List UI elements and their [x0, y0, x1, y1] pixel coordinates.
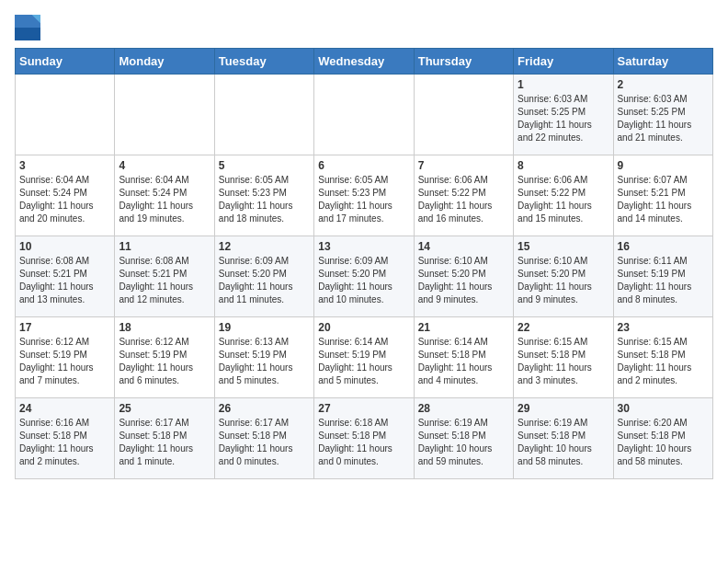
day-number: 5 — [219, 159, 310, 172]
day-number: 29 — [518, 402, 609, 415]
day-number: 26 — [219, 402, 310, 415]
day-number: 21 — [418, 321, 509, 334]
weekday-header-thursday: Thursday — [414, 49, 513, 75]
day-info: Sunrise: 6:16 AM Sunset: 5:18 PM Dayligh… — [19, 417, 110, 468]
day-cell-15: 15Sunrise: 6:10 AM Sunset: 5:20 PM Dayli… — [514, 236, 613, 317]
week-row-2: 3Sunrise: 6:04 AM Sunset: 5:24 PM Daylig… — [16, 155, 713, 236]
day-number: 30 — [618, 402, 709, 415]
day-info: Sunrise: 6:17 AM Sunset: 5:18 PM Dayligh… — [219, 417, 310, 468]
day-info: Sunrise: 6:06 AM Sunset: 5:22 PM Dayligh… — [418, 174, 509, 225]
day-cell-22: 22Sunrise: 6:15 AM Sunset: 5:18 PM Dayli… — [514, 317, 613, 398]
day-cell-10: 10Sunrise: 6:08 AM Sunset: 5:21 PM Dayli… — [16, 236, 115, 317]
day-info: Sunrise: 6:06 AM Sunset: 5:22 PM Dayligh… — [518, 174, 609, 225]
day-info: Sunrise: 6:14 AM Sunset: 5:19 PM Dayligh… — [318, 336, 409, 387]
day-info: Sunrise: 6:03 AM Sunset: 5:25 PM Dayligh… — [518, 93, 609, 144]
day-info: Sunrise: 6:04 AM Sunset: 5:24 PM Dayligh… — [119, 174, 210, 225]
weekday-header-row: SundayMondayTuesdayWednesdayThursdayFrid… — [16, 49, 713, 75]
day-number: 8 — [518, 159, 609, 172]
day-info: Sunrise: 6:05 AM Sunset: 5:23 PM Dayligh… — [318, 174, 409, 225]
day-number: 24 — [19, 402, 110, 415]
day-number: 22 — [518, 321, 609, 334]
day-cell-12: 12Sunrise: 6:09 AM Sunset: 5:20 PM Dayli… — [214, 236, 313, 317]
empty-cell — [414, 75, 513, 155]
weekday-header-monday: Monday — [115, 49, 214, 75]
week-row-4: 17Sunrise: 6:12 AM Sunset: 5:19 PM Dayli… — [16, 317, 713, 398]
empty-cell — [115, 75, 214, 155]
day-number: 28 — [418, 402, 509, 415]
day-cell-17: 17Sunrise: 6:12 AM Sunset: 5:19 PM Dayli… — [16, 317, 115, 398]
day-info: Sunrise: 6:03 AM Sunset: 5:25 PM Dayligh… — [618, 93, 709, 144]
day-info: Sunrise: 6:14 AM Sunset: 5:18 PM Dayligh… — [418, 336, 509, 387]
day-cell-29: 29Sunrise: 6:19 AM Sunset: 5:18 PM Dayli… — [514, 398, 613, 479]
day-info: Sunrise: 6:12 AM Sunset: 5:19 PM Dayligh… — [19, 336, 110, 387]
day-cell-8: 8Sunrise: 6:06 AM Sunset: 5:22 PM Daylig… — [514, 155, 613, 236]
day-info: Sunrise: 6:08 AM Sunset: 5:21 PM Dayligh… — [19, 255, 110, 306]
day-info: Sunrise: 6:07 AM Sunset: 5:21 PM Dayligh… — [618, 174, 709, 225]
day-cell-5: 5Sunrise: 6:05 AM Sunset: 5:23 PM Daylig… — [214, 155, 313, 236]
day-info: Sunrise: 6:10 AM Sunset: 5:20 PM Dayligh… — [418, 255, 509, 306]
weekday-header-wednesday: Wednesday — [314, 49, 414, 75]
week-row-3: 10Sunrise: 6:08 AM Sunset: 5:21 PM Dayli… — [16, 236, 713, 317]
day-cell-30: 30Sunrise: 6:20 AM Sunset: 5:18 PM Dayli… — [613, 398, 712, 479]
day-cell-9: 9Sunrise: 6:07 AM Sunset: 5:21 PM Daylig… — [613, 155, 712, 236]
day-cell-20: 20Sunrise: 6:14 AM Sunset: 5:19 PM Dayli… — [314, 317, 414, 398]
day-cell-24: 24Sunrise: 6:16 AM Sunset: 5:18 PM Dayli… — [16, 398, 115, 479]
day-cell-25: 25Sunrise: 6:17 AM Sunset: 5:18 PM Dayli… — [115, 398, 214, 479]
weekday-header-saturday: Saturday — [613, 49, 712, 75]
day-number: 14 — [418, 240, 509, 253]
day-number: 18 — [119, 321, 210, 334]
week-row-5: 24Sunrise: 6:16 AM Sunset: 5:18 PM Dayli… — [16, 398, 713, 479]
day-info: Sunrise: 6:09 AM Sunset: 5:20 PM Dayligh… — [318, 255, 409, 306]
day-number: 20 — [318, 321, 409, 334]
day-info: Sunrise: 6:09 AM Sunset: 5:20 PM Dayligh… — [219, 255, 310, 306]
empty-cell — [214, 75, 313, 155]
day-number: 4 — [119, 159, 210, 172]
day-info: Sunrise: 6:08 AM Sunset: 5:21 PM Dayligh… — [119, 255, 210, 306]
day-number: 6 — [318, 159, 409, 172]
day-cell-1: 1Sunrise: 6:03 AM Sunset: 5:25 PM Daylig… — [514, 75, 613, 155]
day-cell-13: 13Sunrise: 6:09 AM Sunset: 5:20 PM Dayli… — [314, 236, 414, 317]
day-info: Sunrise: 6:04 AM Sunset: 5:24 PM Dayligh… — [19, 174, 110, 225]
day-cell-16: 16Sunrise: 6:11 AM Sunset: 5:19 PM Dayli… — [613, 236, 712, 317]
day-info: Sunrise: 6:12 AM Sunset: 5:19 PM Dayligh… — [119, 336, 210, 387]
day-info: Sunrise: 6:17 AM Sunset: 5:18 PM Dayligh… — [119, 417, 210, 468]
day-info: Sunrise: 6:18 AM Sunset: 5:18 PM Dayligh… — [318, 417, 409, 468]
day-info: Sunrise: 6:13 AM Sunset: 5:19 PM Dayligh… — [219, 336, 310, 387]
day-cell-26: 26Sunrise: 6:17 AM Sunset: 5:18 PM Dayli… — [214, 398, 313, 479]
svg-rect-1 — [15, 28, 40, 40]
day-number: 12 — [219, 240, 310, 253]
day-cell-28: 28Sunrise: 6:19 AM Sunset: 5:18 PM Dayli… — [414, 398, 513, 479]
day-cell-7: 7Sunrise: 6:06 AM Sunset: 5:22 PM Daylig… — [414, 155, 513, 236]
empty-cell — [16, 75, 115, 155]
day-number: 23 — [618, 321, 709, 334]
day-cell-18: 18Sunrise: 6:12 AM Sunset: 5:19 PM Dayli… — [115, 317, 214, 398]
day-number: 15 — [518, 240, 609, 253]
empty-cell — [314, 75, 414, 155]
day-cell-11: 11Sunrise: 6:08 AM Sunset: 5:21 PM Dayli… — [115, 236, 214, 317]
page-header — [15, 15, 713, 40]
day-info: Sunrise: 6:11 AM Sunset: 5:19 PM Dayligh… — [618, 255, 709, 306]
day-number: 11 — [119, 240, 210, 253]
logo-icon — [15, 15, 40, 40]
day-info: Sunrise: 6:19 AM Sunset: 5:18 PM Dayligh… — [518, 417, 609, 468]
day-number: 2 — [618, 78, 709, 91]
day-number: 19 — [219, 321, 310, 334]
day-number: 7 — [418, 159, 509, 172]
day-number: 27 — [318, 402, 409, 415]
day-info: Sunrise: 6:10 AM Sunset: 5:20 PM Dayligh… — [518, 255, 609, 306]
day-cell-19: 19Sunrise: 6:13 AM Sunset: 5:19 PM Dayli… — [214, 317, 313, 398]
day-info: Sunrise: 6:20 AM Sunset: 5:18 PM Dayligh… — [618, 417, 709, 468]
day-cell-27: 27Sunrise: 6:18 AM Sunset: 5:18 PM Dayli… — [314, 398, 414, 479]
day-cell-23: 23Sunrise: 6:15 AM Sunset: 5:18 PM Dayli… — [613, 317, 712, 398]
day-number: 13 — [318, 240, 409, 253]
day-cell-6: 6Sunrise: 6:05 AM Sunset: 5:23 PM Daylig… — [314, 155, 414, 236]
weekday-header-sunday: Sunday — [16, 49, 115, 75]
day-info: Sunrise: 6:15 AM Sunset: 5:18 PM Dayligh… — [518, 336, 609, 387]
weekday-header-friday: Friday — [514, 49, 613, 75]
week-row-1: 1Sunrise: 6:03 AM Sunset: 5:25 PM Daylig… — [16, 75, 713, 155]
day-cell-4: 4Sunrise: 6:04 AM Sunset: 5:24 PM Daylig… — [115, 155, 214, 236]
day-number: 3 — [19, 159, 110, 172]
day-info: Sunrise: 6:15 AM Sunset: 5:18 PM Dayligh… — [618, 336, 709, 387]
weekday-header-tuesday: Tuesday — [214, 49, 313, 75]
calendar-table: SundayMondayTuesdayWednesdayThursdayFrid… — [15, 48, 713, 479]
